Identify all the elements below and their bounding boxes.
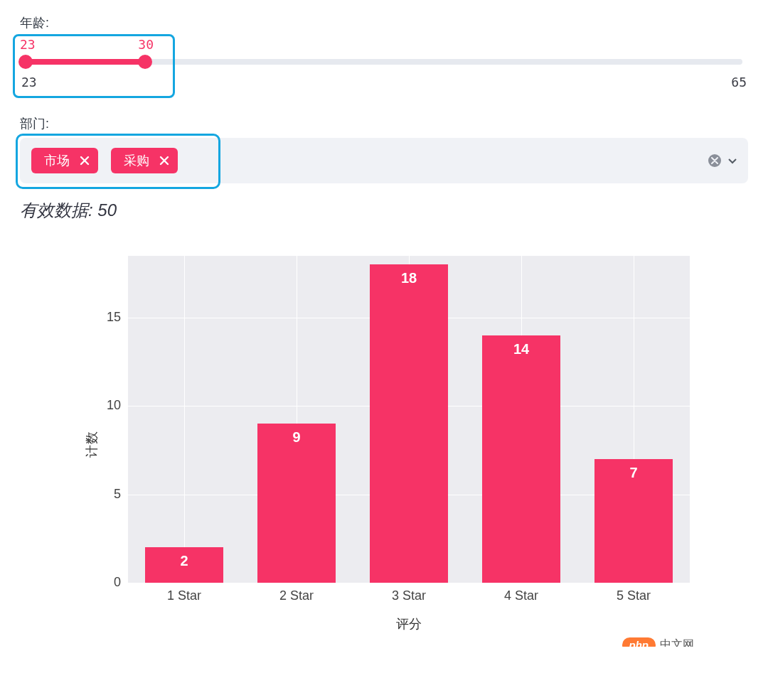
y-axis-title: 计数 (83, 431, 100, 458)
y-tick-label: 10 (107, 398, 121, 413)
age-slider-rail[interactable] (26, 59, 742, 65)
x-tick-label: 3 Star (392, 588, 426, 603)
bar-2-Star[interactable]: 9 (257, 424, 336, 583)
bar-value-label: 9 (257, 429, 336, 446)
bar-1-Star[interactable]: 2 (145, 547, 223, 583)
age-slider-max-label: 65 (731, 75, 747, 90)
valid-data-summary: 有效数据: 50 (20, 199, 748, 222)
age-label: 年龄: (20, 14, 748, 31)
bar-4-Star[interactable]: 14 (482, 335, 560, 583)
chip-label: 采购 (124, 152, 149, 169)
age-slider-low-readout: 23 (20, 37, 36, 52)
department-multiselect[interactable]: 市场采购 (20, 138, 748, 183)
bar-value-label: 14 (482, 341, 560, 357)
x-tick-label: 4 Star (504, 588, 538, 603)
y-tick-label: 5 (114, 487, 121, 502)
y-tick-label: 15 (107, 310, 121, 325)
age-slider-thumb-high[interactable] (138, 55, 152, 69)
grid-v (184, 256, 185, 583)
chip-remove-icon[interactable] (80, 156, 90, 166)
watermark-text: 中文网 (660, 637, 694, 647)
chip-市场[interactable]: 市场 (31, 148, 98, 173)
chip-label: 市场 (44, 152, 70, 169)
bar-value-label: 7 (594, 465, 673, 481)
age-slider[interactable]: 23 30 23 65 (20, 37, 748, 90)
x-tick-label: 2 Star (279, 588, 314, 603)
rating-bar-chart: 计数 2918147 评分 php 中文网 0510151 Star2 Star… (71, 256, 697, 632)
y-tick-label: 0 (114, 575, 121, 590)
chip-remove-icon[interactable] (159, 156, 169, 166)
department-label: 部门: (20, 115, 748, 132)
x-tick-label: 1 Star (167, 588, 201, 603)
bar-value-label: 18 (370, 270, 448, 286)
clear-all-icon[interactable] (708, 154, 721, 167)
bar-value-label: 2 (145, 553, 223, 569)
dropdown-caret-icon[interactable] (728, 155, 737, 166)
bar-5-Star[interactable]: 7 (594, 459, 673, 583)
grid-h (128, 583, 690, 583)
x-axis-title: 评分 (128, 615, 690, 632)
age-slider-min-label: 23 (21, 75, 37, 90)
age-slider-high-readout: 30 (138, 37, 154, 52)
watermark: php 中文网 (622, 637, 695, 647)
chip-采购[interactable]: 采购 (111, 148, 178, 173)
age-slider-thumb-low[interactable] (18, 55, 33, 69)
x-tick-label: 5 Star (617, 588, 651, 603)
bar-3-Star[interactable]: 18 (370, 264, 448, 583)
watermark-badge: php (622, 637, 656, 647)
